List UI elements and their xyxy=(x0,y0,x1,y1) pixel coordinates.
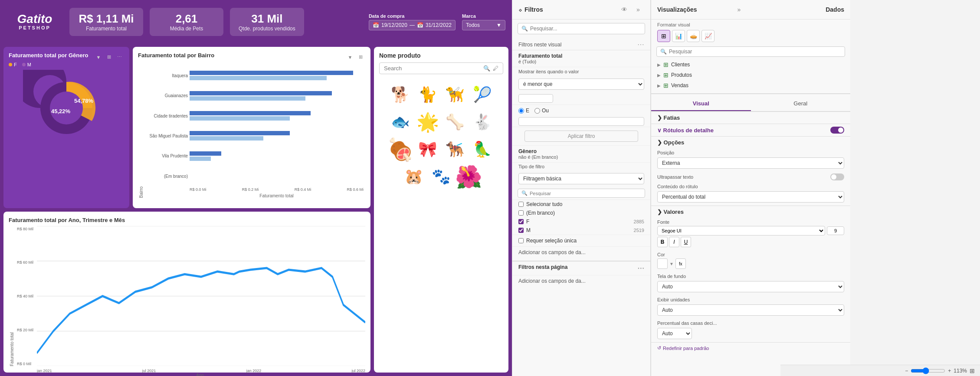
add-fields-pagina[interactable]: Adicionar os campos de da... xyxy=(512,275,650,287)
filters-search-input[interactable] xyxy=(530,26,641,32)
font-size-input[interactable] xyxy=(827,226,844,235)
rotulos-toggle[interactable] xyxy=(830,127,844,134)
product-icon-9[interactable]: 🎀 xyxy=(416,137,439,161)
filter-marca-control[interactable]: Todos ▼ xyxy=(462,20,505,30)
em-branco-label: (Em branco) xyxy=(526,210,555,216)
radio-ou-input[interactable] xyxy=(534,108,540,114)
dados-item-vendas[interactable]: ▶ ⊞ Vendas xyxy=(651,80,850,91)
product-search-input[interactable] xyxy=(384,65,481,72)
product-icon-5[interactable]: 🌟 xyxy=(416,110,439,134)
tipo-filtro-select[interactable]: Filtragem básica xyxy=(518,173,644,184)
product-icon-1[interactable]: 🐈 xyxy=(416,83,439,107)
section-valores[interactable]: ❯ Valores xyxy=(651,206,850,218)
bold-btn[interactable]: B xyxy=(657,237,668,247)
select-all-checkbox[interactable] xyxy=(518,202,524,207)
ultrapassar-toggle[interactable] xyxy=(830,173,844,180)
viz-chevron-icon[interactable]: » xyxy=(733,4,745,15)
posicao-select[interactable]: Externa xyxy=(657,157,844,169)
aplicar-filtro-btn[interactable]: Aplicar filtro xyxy=(524,131,638,142)
em-branco-checkbox[interactable] xyxy=(518,210,524,216)
value-input-2[interactable] xyxy=(518,117,644,126)
select-all-row: Selecionar tudo xyxy=(512,199,650,209)
filtros-pagina-dots[interactable]: ⋯ xyxy=(637,264,644,272)
bar-filter-icon[interactable]: ▼ xyxy=(345,52,355,62)
table-icon-produtos: ⊞ xyxy=(663,72,669,78)
product-icon-11[interactable]: 🦜 xyxy=(470,137,494,161)
product-icon-2[interactable]: 🦮 xyxy=(443,83,467,107)
section-opcoes[interactable]: ❯ Opções xyxy=(651,136,850,148)
product-icon-8[interactable]: 🍖 xyxy=(388,137,412,161)
product-icon-14[interactable]: 🌺 xyxy=(457,165,481,189)
format-icon-line[interactable]: 📈 xyxy=(701,30,715,42)
italic-btn[interactable]: I xyxy=(669,237,679,247)
radio-e[interactable]: E xyxy=(518,108,529,114)
dados-item-clientes[interactable]: ▶ ⊞ Clientes xyxy=(651,59,850,70)
bar-more-icon[interactable]: ⊞ xyxy=(356,52,365,62)
genero-search-input[interactable] xyxy=(530,191,641,196)
genero-search-box[interactable]: 🔍 xyxy=(518,189,645,198)
product-area: Nome produto 🔍 🖊 🐕 🐈 🦮 🎾 🐟 🌟 🦴 🐇 🍖 🎀 🐕‍🦺 xyxy=(374,47,508,373)
format-icon-bar[interactable]: 📊 xyxy=(672,30,685,42)
requer-selecao-checkbox[interactable] xyxy=(518,238,524,243)
product-icon-0[interactable]: 🐕 xyxy=(388,83,412,107)
more-icon[interactable]: ⊞ xyxy=(104,52,114,62)
product-icon-4[interactable]: 🐟 xyxy=(388,110,412,134)
product-icon-7[interactable]: 🐇 xyxy=(470,110,494,134)
section-fatias[interactable]: ❯ Fatias xyxy=(651,111,850,124)
exibir-unidades-select[interactable]: Auto xyxy=(657,304,844,316)
exibir-unidades-row: Exibir unidades Auto xyxy=(651,295,850,319)
bar-v1-2 xyxy=(190,111,311,115)
dados-produtos-label: Produtos xyxy=(671,72,692,78)
dados-search-input[interactable] xyxy=(669,49,841,55)
bar-v2-2 xyxy=(190,116,290,121)
add-fields-visual[interactable]: Adicionar os campos de da... xyxy=(512,246,650,258)
ultrapassar-row: Ultrapassar texto xyxy=(651,172,850,182)
filters-search-box[interactable]: 🔍 xyxy=(518,23,645,34)
m-checkbox[interactable] xyxy=(518,228,524,233)
reset-padrão-row[interactable]: ↺ Redefinir para padrão xyxy=(651,342,850,353)
cor-dropdown-icon[interactable]: ▼ xyxy=(669,262,674,266)
conteudo-select[interactable]: Percentual do total xyxy=(657,191,844,203)
fat-total-value: é (Tudo) xyxy=(518,59,644,64)
dots-icon[interactable]: ⋯ xyxy=(115,52,124,62)
condicao-dropdown[interactable]: é menor que xyxy=(512,76,650,92)
pct-casas-select[interactable]: Auto xyxy=(657,328,692,339)
value-input-1[interactable] xyxy=(518,94,553,103)
kpi-faturamento-value: R$ 1,11 Mi xyxy=(78,12,134,26)
condicao-select[interactable]: é menor que xyxy=(518,78,644,90)
f-checkbox[interactable] xyxy=(518,219,524,224)
product-icon-6[interactable]: 🦴 xyxy=(443,110,467,134)
filters-eye-icon[interactable]: 👁 xyxy=(618,4,630,15)
bar-v1-3 xyxy=(190,131,290,135)
filtros-visual-dots[interactable]: ⋯ xyxy=(637,40,644,49)
line-x-ticks: jan 2021 jul 2021 jan 2022 jul 2022 xyxy=(37,369,365,373)
eraser-icon[interactable]: 🖊 xyxy=(493,65,498,72)
product-search-box[interactable]: 🔍 🖊 xyxy=(379,62,503,74)
bar-x-ticks: R$ 0.0 Mi R$ 0.2 Mi R$ 0.4 Mi R$ 0.6 Mi xyxy=(144,187,364,192)
tela-fundo-select[interactable]: Auto xyxy=(657,281,844,292)
tab-visual[interactable]: Visual xyxy=(651,97,751,111)
cor-swatch[interactable] xyxy=(657,258,668,269)
section-rotulos[interactable]: ∨ Rótulos de detalhe xyxy=(651,124,850,136)
product-icon-13[interactable]: 🐾 xyxy=(429,165,453,189)
dados-item-produtos[interactable]: ▶ ⊞ Produtos xyxy=(651,70,850,80)
dados-search-box[interactable]: 🔍 xyxy=(656,46,845,57)
filter-icon[interactable]: ▼ xyxy=(94,52,103,62)
filters-chevron-icon[interactable]: » xyxy=(632,4,644,15)
underline-btn[interactable]: U xyxy=(681,237,691,247)
format-icon-pie[interactable]: 🥧 xyxy=(687,30,700,42)
tipo-filtro-row[interactable]: Filtragem básica xyxy=(512,170,650,187)
product-icon-3[interactable]: 🎾 xyxy=(470,83,494,107)
radio-ou[interactable]: Ou xyxy=(534,108,549,114)
tab-geral[interactable]: Geral xyxy=(751,97,851,111)
line-chart-plot: jan 2021 jul 2021 jan 2022 jul 2022 xyxy=(37,226,365,366)
cor-fx-btn[interactable]: fx xyxy=(675,258,686,269)
font-family-select[interactable]: Segoe UI xyxy=(657,226,825,235)
format-icon-table[interactable]: ⊞ xyxy=(657,30,670,42)
line-chart-inner: Faturamento total R$ 80 Mil R$ 60 Mil R$… xyxy=(9,226,365,366)
radio-e-input[interactable] xyxy=(518,108,524,114)
filter-data-control[interactable]: 📅 19/12/2020 — 📅 31/12/2022 xyxy=(369,20,456,30)
bar-rows: Itaquera Guaianazes xyxy=(144,65,365,200)
product-icon-12[interactable]: 🐹 xyxy=(402,165,426,189)
product-icon-10[interactable]: 🐕‍🦺 xyxy=(443,137,467,161)
